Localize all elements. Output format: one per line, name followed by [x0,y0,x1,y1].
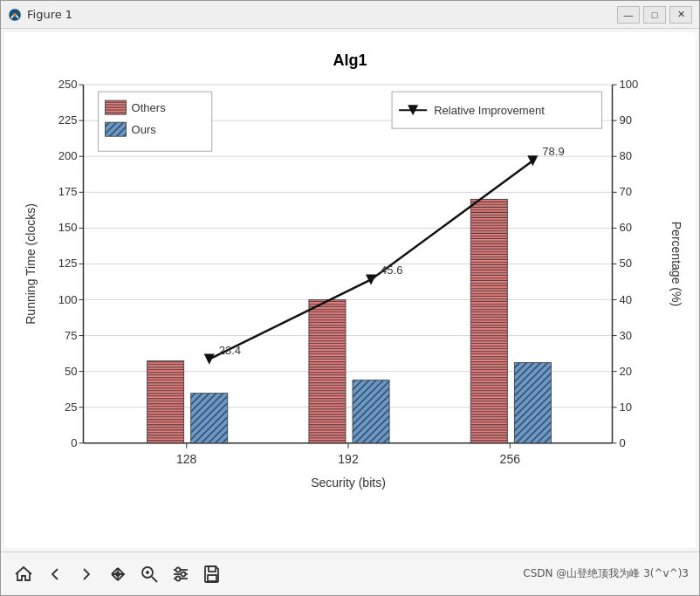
svg-text:225: 225 [58,113,78,127]
svg-rect-85 [209,566,216,572]
title-bar-left: Figure 1 [8,8,72,22]
back-icon[interactable] [43,562,67,586]
bar-256-ours [514,363,551,443]
svg-text:30: 30 [620,329,632,342]
bar-128-ours [191,394,228,443]
legend-improvement-label: Relative Improvement [434,104,545,117]
save-icon[interactable] [200,562,224,586]
annotation-2: 45.6 [381,264,402,277]
toolbar-icons [11,562,224,586]
app-icon [8,8,22,22]
svg-text:70: 70 [620,185,632,198]
svg-text:25: 25 [65,401,77,414]
svg-text:60: 60 [620,221,632,234]
svg-point-1 [13,13,17,17]
close-button[interactable]: ✕ [669,6,692,24]
pan-icon[interactable] [106,562,130,586]
svg-text:0: 0 [620,436,626,449]
svg-text:150: 150 [58,221,78,234]
svg-text:256: 256 [500,452,521,466]
x-axis-label: Security (bits) [311,476,386,490]
maximize-button[interactable]: □ [643,6,666,24]
bar-256-others [470,199,507,442]
svg-text:40: 40 [620,293,632,306]
app-window: Figure 1 — □ ✕ [0,0,700,596]
svg-text:10: 10 [620,401,632,414]
svg-text:175: 175 [58,185,78,198]
svg-text:200: 200 [58,149,78,162]
svg-text:75: 75 [65,329,77,342]
legend-ours-swatch [106,122,127,136]
svg-text:100: 100 [58,293,78,306]
svg-point-83 [182,572,186,576]
svg-text:90: 90 [620,113,632,127]
bar-192-ours [353,380,389,443]
svg-point-82 [176,567,181,572]
svg-text:192: 192 [338,452,359,466]
y-right-axis-label: Percentage (%) [669,222,683,306]
home-icon[interactable] [11,562,36,586]
svg-text:50: 50 [620,257,632,270]
status-text: CSDN @山登绝顶我为峰 3(^v^)3 [523,566,689,581]
minimize-button[interactable]: — [617,6,640,24]
zoom-icon[interactable] [137,562,161,586]
chart-title: Alg1 [333,51,367,69]
svg-text:0: 0 [71,436,77,449]
legend-others-label: Others [132,101,167,114]
svg-text:250: 250 [58,78,78,91]
bar-128-others [148,361,184,443]
svg-point-84 [176,576,181,580]
configure-icon[interactable] [168,562,193,586]
title-bar-controls: — □ ✕ [617,6,692,24]
svg-text:125: 125 [58,257,78,270]
chart-area: Alg1 [4,32,696,548]
y-left-axis-label: Running Time (clocks) [24,203,38,325]
annotation-3: 78.9 [542,145,564,158]
svg-text:128: 128 [176,452,197,466]
chart-svg: Alg1 [4,32,696,548]
svg-text:50: 50 [65,365,77,378]
toolbar: CSDN @山登绝顶我为峰 3(^v^)3 [1,551,699,595]
svg-text:80: 80 [620,149,632,162]
svg-text:20: 20 [620,365,632,378]
svg-line-76 [152,577,157,582]
forward-icon[interactable] [74,562,99,586]
annotation-1: 23.4 [219,344,241,357]
legend-ours-label: Ours [132,123,157,136]
bar-192-others [309,300,346,443]
title-bar: Figure 1 — □ ✕ [1,1,699,29]
svg-text:100: 100 [620,78,639,91]
window-title: Figure 1 [27,8,72,21]
legend-others-swatch [106,100,127,114]
svg-rect-86 [208,575,216,581]
